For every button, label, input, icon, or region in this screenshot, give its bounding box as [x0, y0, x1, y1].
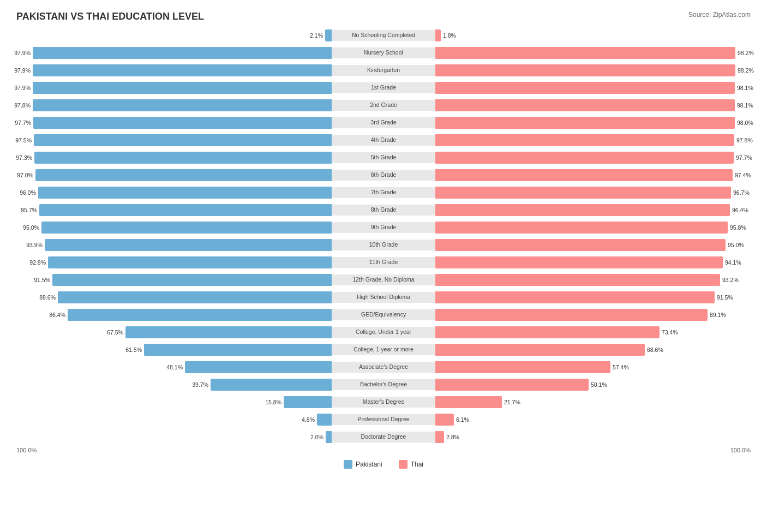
bar-row: 97.9%1st Grade98.1%: [16, 80, 751, 95]
right-section: 57.4%: [435, 360, 751, 375]
right-section: 73.4%: [435, 325, 751, 340]
bar-label: 2nd Grade: [332, 100, 435, 111]
thai-legend-label: Thai: [411, 461, 423, 468]
right-section: 97.4%: [435, 168, 751, 183]
bar-label: 6th Grade: [332, 170, 435, 181]
left-section: 95.7%: [16, 202, 332, 218]
bar-label: 4th Grade: [332, 135, 435, 146]
right-value: 97.7%: [736, 154, 752, 161]
bar-right: [435, 152, 734, 164]
left-section: 89.6%: [16, 290, 332, 305]
right-value: 96.7%: [733, 189, 750, 196]
bar-label: Doctorate Degree: [332, 432, 435, 443]
right-value: 98.1%: [737, 102, 753, 109]
left-section: 97.9%: [16, 63, 332, 78]
right-value: 93.2%: [722, 277, 739, 283]
left-section: 96.0%: [16, 185, 332, 200]
bar-label: 8th Grade: [332, 205, 435, 216]
chart-title: PAKISTANI VS THAI EDUCATION LEVEL: [16, 11, 751, 22]
left-section: 97.9%: [16, 80, 332, 95]
right-section: 50.1%: [435, 377, 751, 392]
bar-left: [68, 309, 332, 321]
left-section: 86.4%: [16, 307, 332, 322]
bar-right: [435, 274, 720, 286]
right-section: 95.8%: [435, 220, 751, 235]
right-section: 98.1%: [435, 98, 751, 113]
bar-left: [39, 204, 332, 216]
bar-left: [45, 239, 332, 251]
right-section: 2.8%: [435, 429, 751, 445]
bar-right: [435, 47, 735, 59]
right-value: 98.0%: [737, 119, 753, 126]
left-section: 61.5%: [16, 342, 332, 357]
bar-right: [435, 117, 735, 129]
right-section: 1.8%: [435, 28, 751, 43]
left-section: 92.8%: [16, 255, 332, 270]
left-value: 97.7%: [15, 119, 31, 126]
left-section: 39.7%: [16, 377, 332, 392]
right-section: 97.7%: [435, 150, 751, 165]
bar-label: 7th Grade: [332, 187, 435, 198]
right-value: 1.8%: [443, 32, 456, 39]
left-section: 97.7%: [16, 115, 332, 130]
right-value: 97.4%: [735, 172, 751, 178]
bar-right: [435, 29, 441, 41]
left-value: 96.0%: [20, 189, 36, 196]
bar-right: [435, 431, 444, 443]
bar-right: [435, 361, 610, 373]
left-value: 97.0%: [17, 172, 33, 178]
bottom-right-label: 100.0%: [730, 447, 751, 453]
right-value: 2.8%: [446, 434, 459, 440]
legend-thai: Thai: [399, 460, 423, 469]
left-section: 97.8%: [16, 98, 332, 113]
bar-right: [435, 291, 715, 303]
bar-left: [33, 99, 332, 111]
right-value: 21.7%: [504, 399, 520, 405]
bottom-labels: 100.0% 100.0%: [16, 447, 751, 453]
left-value: 92.8%: [29, 259, 46, 266]
bar-left: [33, 64, 332, 76]
right-value: 98.2%: [738, 67, 754, 74]
bar-left: [185, 361, 332, 373]
right-value: 98.2%: [738, 50, 754, 56]
bar-left: [33, 117, 332, 129]
bar-right: [435, 204, 730, 216]
left-section: 4.8%: [16, 412, 332, 427]
bar-right: [435, 169, 733, 181]
right-section: 93.2%: [435, 272, 751, 288]
right-section: 91.5%: [435, 290, 751, 305]
bar-left: [33, 47, 332, 59]
bar-label: No Schooling Completed: [332, 30, 435, 41]
left-value: 61.5%: [125, 346, 142, 353]
bar-label: Nursery School: [332, 47, 435, 58]
bar-row: 4.8%Professional Degree6.1%: [16, 412, 751, 427]
bar-label: Kindergarten: [332, 65, 435, 76]
right-value: 50.1%: [591, 381, 607, 388]
bar-label: 9th Grade: [332, 222, 435, 233]
bar-label: 1st Grade: [332, 82, 435, 93]
bar-row: 89.6%High School Diploma91.5%: [16, 290, 751, 305]
bar-right: [435, 326, 660, 338]
right-section: 96.4%: [435, 202, 751, 218]
left-section: 97.0%: [16, 168, 332, 183]
bar-right: [435, 309, 708, 321]
bar-row: 97.3%5th Grade97.7%: [16, 150, 751, 165]
bar-left: [52, 274, 332, 286]
bar-right: [435, 222, 728, 234]
right-value: 98.1%: [737, 85, 753, 91]
right-value: 6.1%: [456, 416, 469, 423]
right-section: 94.1%: [435, 255, 751, 270]
bar-left: [34, 152, 332, 164]
left-section: 67.5%: [16, 325, 332, 340]
chart-area: 2.1%No Schooling Completed1.8%97.9%Nurse…: [16, 28, 751, 445]
bar-left: [35, 169, 332, 181]
bar-row: 92.8%11th Grade94.1%: [16, 255, 751, 270]
right-section: 98.2%: [435, 63, 751, 78]
right-section: 98.1%: [435, 80, 751, 95]
bar-row: 2.1%No Schooling Completed1.8%: [16, 28, 751, 43]
right-value: 95.8%: [730, 224, 746, 231]
right-value: 95.0%: [728, 242, 744, 248]
bar-left: [58, 291, 332, 303]
bar-label: 11th Grade: [332, 257, 435, 268]
bar-label: 12th Grade, No Diploma: [332, 274, 435, 285]
